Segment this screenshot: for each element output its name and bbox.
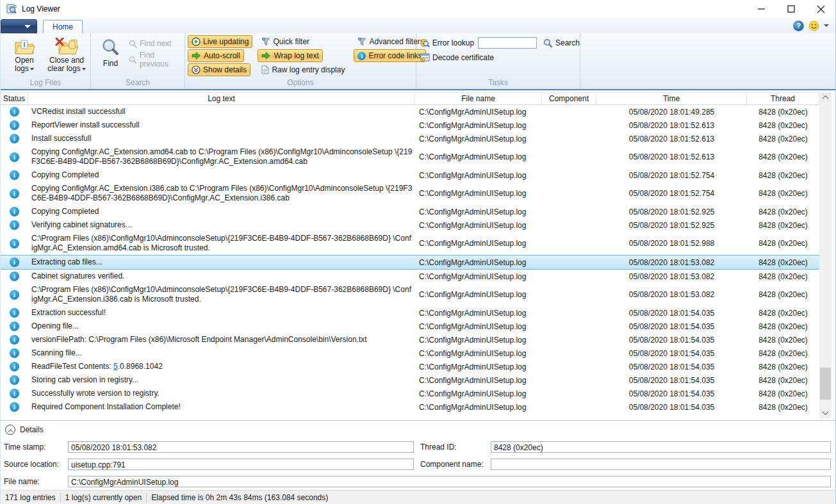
minimize-button[interactable]: [747, 0, 776, 18]
component-cell: [542, 283, 596, 306]
column-header-component[interactable]: Component: [542, 93, 596, 104]
log-text-cell: Copying ConfigMgr.AC_Extension.amd64.cab…: [28, 145, 415, 168]
log-row[interactable]: i Storing cab version in registry... C:\…: [1, 373, 819, 387]
component-cell: [542, 306, 596, 320]
log-row[interactable]: i Install successfull C:\ConfigMgrAdminU…: [1, 132, 819, 145]
close-logs-label2: clear logs: [47, 64, 80, 73]
component-name-label: Component name:: [420, 459, 484, 470]
log-row[interactable]: i ReadFileTest Contents: 5.0.8968.1042 C…: [1, 360, 819, 373]
file-name-field[interactable]: C:\ConfigMgrAdminUISetup.log: [68, 476, 831, 487]
details-title: Details: [20, 425, 44, 434]
log-row[interactable]: i Successfully wrote version to registry…: [1, 387, 819, 400]
auto-scroll-toggle[interactable]: Auto-scroll: [188, 49, 244, 62]
time-stamp-field[interactable]: 05/08/2020 18:01:53.082: [68, 441, 414, 453]
collapse-details-button[interactable]: [5, 425, 15, 435]
log-row[interactable]: i Copying Completed C:\ConfigMgrAdminUIS…: [1, 168, 819, 182]
decode-certificate-button[interactable]: Decode certificate: [420, 51, 580, 64]
log-text-cell: Extracting cab files...: [28, 256, 415, 269]
info-icon: i: [10, 362, 19, 371]
find-label: Find: [103, 59, 118, 68]
component-name-field[interactable]: [491, 459, 831, 470]
log-text-cell: Extraction successful!: [28, 306, 415, 320]
feedback-dropdown-icon[interactable]: [824, 24, 829, 27]
file-name-cell: C:\ConfigMgrAdminUISetup.log: [415, 256, 542, 269]
scroll-up-button[interactable]: [819, 92, 832, 103]
error-code-links-toggle[interactable]: i Error code links: [354, 49, 425, 62]
column-header-file-name[interactable]: File name: [415, 93, 542, 104]
show-details-toggle[interactable]: Show details: [188, 63, 250, 76]
open-logs-button[interactable]: Open logs: [4, 35, 44, 73]
log-row[interactable]: i Extraction successful! C:\ConfigMgrAdm…: [1, 306, 819, 320]
log-row[interactable]: i VCRedist install successfull C:\Config…: [1, 105, 819, 118]
quick-filter-button[interactable]: Quick filter: [258, 35, 313, 48]
close-logs-label: Close and: [49, 56, 84, 65]
maximize-button[interactable]: [776, 0, 806, 18]
vertical-scrollbar[interactable]: [819, 92, 832, 418]
log-row[interactable]: i Scanning file... C:\ConfigMgrAdminUISe…: [1, 346, 819, 360]
application-menu-button[interactable]: [1, 19, 37, 33]
component-cell: [542, 168, 596, 182]
log-row[interactable]: i C:\Program Files (x86)\ConfigMgr10\Adm…: [1, 232, 819, 255]
thread-cell: 8428 (0x20ec): [747, 360, 819, 373]
source-location-field[interactable]: uisetup.cpp:791: [68, 459, 414, 470]
find-button[interactable]: Find: [96, 35, 125, 69]
details-panel: Details Time stamp: 05/08/2020 18:01:53.…: [1, 420, 835, 489]
column-header-thread[interactable]: Thread: [747, 93, 819, 104]
column-header-time[interactable]: Time: [596, 93, 747, 104]
file-name-cell: C:\ConfigMgrAdminUISetup.log: [415, 270, 542, 283]
log-row[interactable]: i Copying Completed C:\ConfigMgrAdminUIS…: [1, 205, 819, 218]
folder-close-icon: [54, 37, 79, 56]
log-row[interactable]: i Opening file... C:\ConfigMgrAdminUISet…: [1, 320, 819, 333]
info-icon: i: [10, 170, 19, 180]
feedback-smiley-icon[interactable]: [808, 20, 819, 31]
thread-cell: 8428 (0x20ec): [747, 320, 819, 333]
version-link[interactable]: 5: [113, 362, 118, 371]
error-lookup-icon: [420, 38, 430, 48]
thread-cell: 8428 (0x20ec): [747, 168, 819, 182]
log-row[interactable]: i Required Component Installation Comple…: [1, 400, 819, 414]
time-cell: 05/08/2020 18:01:54.035: [596, 320, 747, 333]
search-button[interactable]: Search: [555, 38, 580, 47]
file-name-cell: C:\ConfigMgrAdminUISetup.log: [415, 118, 542, 132]
magnifier-icon: [129, 40, 137, 48]
log-row[interactable]: i Copying ConfigMgr.AC_Extension.i386.ca…: [1, 182, 819, 205]
column-header-log-text[interactable]: Log text: [28, 93, 415, 104]
log-text-cell: C:\Program Files (x86)\ConfigMgr10\Admin…: [28, 232, 415, 255]
thread-cell: 8428 (0x20ec): [747, 132, 819, 145]
log-text-cell: Scanning file...: [28, 346, 415, 360]
log-row[interactable]: i ReportViewer install successfull C:\Co…: [1, 118, 819, 132]
scrollbar-thumb[interactable]: [820, 368, 831, 400]
time-cell: 05/08/2020 18:01:54.035: [596, 306, 747, 320]
close-button[interactable]: [806, 0, 835, 18]
find-next-button[interactable]: Find next: [129, 39, 184, 48]
log-table-body: i VCRedist install successfull C:\Config…: [1, 105, 832, 414]
wrap-log-text-toggle[interactable]: Wrap log text: [258, 49, 322, 62]
app-icon: [6, 4, 17, 14]
live-updating-toggle[interactable]: Live updating: [188, 35, 252, 48]
find-previous-label: Find previous: [140, 51, 184, 69]
filter-icon: [357, 37, 366, 46]
component-cell: [542, 145, 596, 168]
component-cell: [542, 387, 596, 400]
scroll-down-button[interactable]: [819, 407, 832, 418]
raw-log-entry-display-button[interactable]: Raw log entry display: [258, 63, 348, 76]
help-icon[interactable]: ?: [793, 20, 804, 31]
time-cell: 05/08/2020 18:01:52.613: [596, 145, 747, 168]
log-row[interactable]: i Cabinet signatures verified. C:\Config…: [1, 270, 819, 283]
error-lookup-input[interactable]: [478, 37, 537, 49]
close-and-clear-logs-button[interactable]: Close and clear logs: [47, 35, 86, 73]
thread-id-field[interactable]: 8428 (0x20ec): [491, 441, 831, 453]
file-name-cell: C:\ConfigMgrAdminUISetup.log: [415, 145, 542, 168]
tab-home[interactable]: Home: [43, 20, 83, 33]
column-header-status[interactable]: Status: [1, 93, 28, 104]
thread-cell: 8428 (0x20ec): [747, 346, 819, 360]
component-cell: [542, 118, 596, 132]
log-row[interactable]: i C:\Program Files (x86)\ConfigMgr10\Adm…: [1, 283, 819, 306]
log-row[interactable]: i Verifying cabinet signatures... C:\Con…: [1, 218, 819, 232]
find-previous-button[interactable]: Find previous: [129, 51, 184, 69]
log-row[interactable]: i Copying ConfigMgr.AC_Extension.amd64.c…: [1, 145, 819, 168]
file-name-cell: C:\ConfigMgrAdminUISetup.log: [415, 346, 542, 360]
log-row[interactable]: i versionFilePath: C:\Program Files (x86…: [1, 333, 819, 346]
log-row[interactable]: i Extracting cab files... C:\ConfigMgrAd…: [1, 255, 819, 270]
component-cell: [542, 373, 596, 387]
